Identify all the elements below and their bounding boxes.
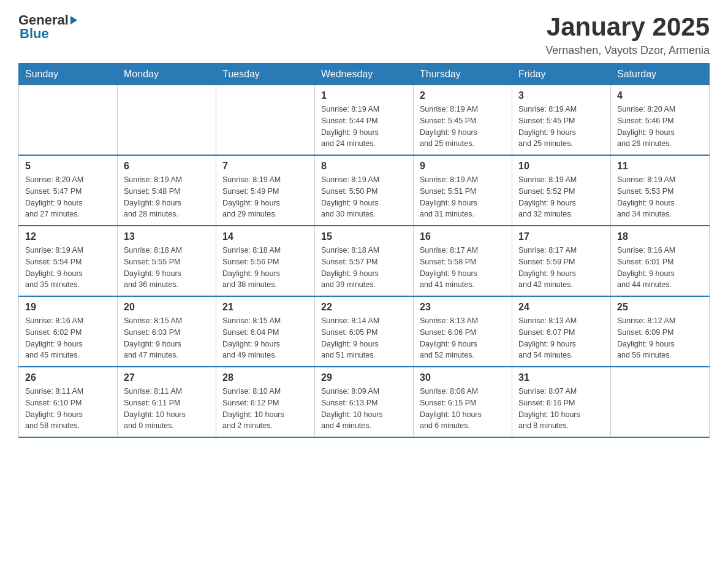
logo-text-blue: Blue	[20, 26, 49, 42]
day-number: 6	[124, 161, 210, 172]
calendar-day-cell	[216, 85, 315, 156]
calendar-day-cell: 12Sunrise: 8:19 AMSunset: 5:54 PMDayligh…	[19, 226, 118, 296]
day-info: Sunrise: 8:19 AMSunset: 5:45 PMDaylight:…	[420, 104, 506, 150]
calendar-day-cell: 19Sunrise: 8:16 AMSunset: 6:02 PMDayligh…	[19, 296, 118, 367]
day-info: Sunrise: 8:15 AMSunset: 6:03 PMDaylight:…	[124, 315, 210, 361]
day-info: Sunrise: 8:16 AMSunset: 6:02 PMDaylight:…	[25, 315, 111, 361]
day-number: 17	[518, 231, 604, 242]
day-info: Sunrise: 8:20 AMSunset: 5:46 PMDaylight:…	[617, 104, 703, 150]
calendar-day-cell: 22Sunrise: 8:14 AMSunset: 6:05 PMDayligh…	[315, 296, 414, 367]
page-subtitle: Vernashen, Vayots Dzor, Armenia	[545, 44, 710, 57]
day-info: Sunrise: 8:19 AMSunset: 5:45 PMDaylight:…	[518, 104, 604, 150]
calendar-day-header: Saturday	[611, 64, 710, 85]
calendar-header: SundayMondayTuesdayWednesdayThursdayFrid…	[19, 64, 710, 85]
day-info: Sunrise: 8:13 AMSunset: 6:06 PMDaylight:…	[420, 315, 506, 361]
day-number: 24	[518, 302, 604, 313]
day-number: 26	[25, 372, 111, 383]
calendar-day-header: Sunday	[19, 64, 118, 85]
day-info: Sunrise: 8:19 AMSunset: 5:54 PMDaylight:…	[25, 245, 111, 291]
calendar-day-cell: 27Sunrise: 8:11 AMSunset: 6:11 PMDayligh…	[118, 367, 216, 437]
calendar-table: SundayMondayTuesdayWednesdayThursdayFrid…	[18, 63, 710, 438]
day-info: Sunrise: 8:19 AMSunset: 5:52 PMDaylight:…	[518, 174, 604, 220]
calendar-day-cell: 24Sunrise: 8:13 AMSunset: 6:07 PMDayligh…	[512, 296, 611, 367]
day-number: 21	[222, 302, 308, 313]
day-info: Sunrise: 8:19 AMSunset: 5:50 PMDaylight:…	[321, 174, 407, 220]
calendar-day-cell: 15Sunrise: 8:18 AMSunset: 5:57 PMDayligh…	[315, 226, 414, 296]
calendar-day-header: Thursday	[414, 64, 512, 85]
calendar-day-cell: 20Sunrise: 8:15 AMSunset: 6:03 PMDayligh…	[118, 296, 216, 367]
calendar-day-header: Monday	[118, 64, 216, 85]
calendar-day-cell: 8Sunrise: 8:19 AMSunset: 5:50 PMDaylight…	[315, 155, 414, 226]
page-header: General Blue January 2025 Vernashen, Vay…	[18, 12, 710, 57]
day-number: 1	[321, 90, 407, 101]
day-number: 12	[25, 231, 111, 242]
day-info: Sunrise: 8:19 AMSunset: 5:44 PMDaylight:…	[321, 104, 407, 150]
calendar-body: 1Sunrise: 8:19 AMSunset: 5:44 PMDaylight…	[19, 85, 710, 438]
calendar-day-cell: 26Sunrise: 8:11 AMSunset: 6:10 PMDayligh…	[19, 367, 118, 437]
calendar-day-cell: 28Sunrise: 8:10 AMSunset: 6:12 PMDayligh…	[216, 367, 315, 437]
calendar-day-cell: 2Sunrise: 8:19 AMSunset: 5:45 PMDaylight…	[414, 85, 512, 156]
day-info: Sunrise: 8:18 AMSunset: 5:56 PMDaylight:…	[222, 245, 308, 291]
calendar-day-cell: 23Sunrise: 8:13 AMSunset: 6:06 PMDayligh…	[414, 296, 512, 367]
day-number: 8	[321, 161, 407, 172]
calendar-day-cell	[19, 85, 118, 156]
calendar-day-cell: 6Sunrise: 8:19 AMSunset: 5:48 PMDaylight…	[118, 155, 216, 226]
day-number: 25	[617, 302, 703, 313]
calendar-day-cell	[611, 367, 710, 437]
day-number: 13	[124, 231, 210, 242]
calendar-week-row: 26Sunrise: 8:11 AMSunset: 6:10 PMDayligh…	[19, 367, 710, 437]
day-number: 20	[124, 302, 210, 313]
calendar-day-cell: 7Sunrise: 8:19 AMSunset: 5:49 PMDaylight…	[216, 155, 315, 226]
day-info: Sunrise: 8:08 AMSunset: 6:15 PMDaylight:…	[420, 386, 506, 432]
day-number: 2	[420, 90, 506, 101]
logo-triangle-icon	[70, 16, 77, 25]
calendar-week-row: 19Sunrise: 8:16 AMSunset: 6:02 PMDayligh…	[19, 296, 710, 367]
day-number: 28	[222, 372, 308, 383]
calendar-week-row: 5Sunrise: 8:20 AMSunset: 5:47 PMDaylight…	[19, 155, 710, 226]
calendar-day-header: Tuesday	[216, 64, 315, 85]
calendar-day-cell: 4Sunrise: 8:20 AMSunset: 5:46 PMDaylight…	[611, 85, 710, 156]
day-number: 27	[124, 372, 210, 383]
calendar-day-cell: 31Sunrise: 8:07 AMSunset: 6:16 PMDayligh…	[512, 367, 611, 437]
calendar-day-cell: 25Sunrise: 8:12 AMSunset: 6:09 PMDayligh…	[611, 296, 710, 367]
calendar-day-cell: 21Sunrise: 8:15 AMSunset: 6:04 PMDayligh…	[216, 296, 315, 367]
calendar-day-cell: 1Sunrise: 8:19 AMSunset: 5:44 PMDaylight…	[315, 85, 414, 156]
calendar-day-header: Wednesday	[315, 64, 414, 85]
day-info: Sunrise: 8:14 AMSunset: 6:05 PMDaylight:…	[321, 315, 407, 361]
day-number: 9	[420, 161, 506, 172]
day-info: Sunrise: 8:09 AMSunset: 6:13 PMDaylight:…	[321, 386, 407, 432]
calendar-day-cell: 18Sunrise: 8:16 AMSunset: 6:01 PMDayligh…	[611, 226, 710, 296]
calendar-day-cell: 13Sunrise: 8:18 AMSunset: 5:55 PMDayligh…	[118, 226, 216, 296]
calendar-day-cell	[118, 85, 216, 156]
day-info: Sunrise: 8:19 AMSunset: 5:48 PMDaylight:…	[124, 174, 210, 220]
day-number: 30	[420, 372, 506, 383]
day-info: Sunrise: 8:19 AMSunset: 5:53 PMDaylight:…	[617, 174, 703, 220]
calendar-week-row: 1Sunrise: 8:19 AMSunset: 5:44 PMDaylight…	[19, 85, 710, 156]
title-block: January 2025 Vernashen, Vayots Dzor, Arm…	[545, 12, 710, 57]
day-number: 7	[222, 161, 308, 172]
day-info: Sunrise: 8:10 AMSunset: 6:12 PMDaylight:…	[222, 386, 308, 432]
calendar-day-cell: 17Sunrise: 8:17 AMSunset: 5:59 PMDayligh…	[512, 226, 611, 296]
day-number: 4	[617, 90, 703, 101]
calendar-day-cell: 11Sunrise: 8:19 AMSunset: 5:53 PMDayligh…	[611, 155, 710, 226]
calendar-day-header: Friday	[512, 64, 611, 85]
calendar-day-cell: 3Sunrise: 8:19 AMSunset: 5:45 PMDaylight…	[512, 85, 611, 156]
day-number: 16	[420, 231, 506, 242]
day-number: 23	[420, 302, 506, 313]
day-info: Sunrise: 8:15 AMSunset: 6:04 PMDaylight:…	[222, 315, 308, 361]
day-number: 3	[518, 90, 604, 101]
calendar-day-cell: 10Sunrise: 8:19 AMSunset: 5:52 PMDayligh…	[512, 155, 611, 226]
day-info: Sunrise: 8:19 AMSunset: 5:49 PMDaylight:…	[222, 174, 308, 220]
page-title: January 2025	[545, 12, 710, 42]
day-info: Sunrise: 8:17 AMSunset: 5:59 PMDaylight:…	[518, 245, 604, 291]
day-info: Sunrise: 8:17 AMSunset: 5:58 PMDaylight:…	[420, 245, 506, 291]
day-info: Sunrise: 8:11 AMSunset: 6:11 PMDaylight:…	[124, 386, 210, 432]
day-info: Sunrise: 8:19 AMSunset: 5:51 PMDaylight:…	[420, 174, 506, 220]
day-info: Sunrise: 8:20 AMSunset: 5:47 PMDaylight:…	[25, 174, 111, 220]
calendar-day-cell: 16Sunrise: 8:17 AMSunset: 5:58 PMDayligh…	[414, 226, 512, 296]
day-number: 29	[321, 372, 407, 383]
day-info: Sunrise: 8:18 AMSunset: 5:57 PMDaylight:…	[321, 245, 407, 291]
calendar-week-row: 12Sunrise: 8:19 AMSunset: 5:54 PMDayligh…	[19, 226, 710, 296]
day-number: 22	[321, 302, 407, 313]
day-number: 15	[321, 231, 407, 242]
